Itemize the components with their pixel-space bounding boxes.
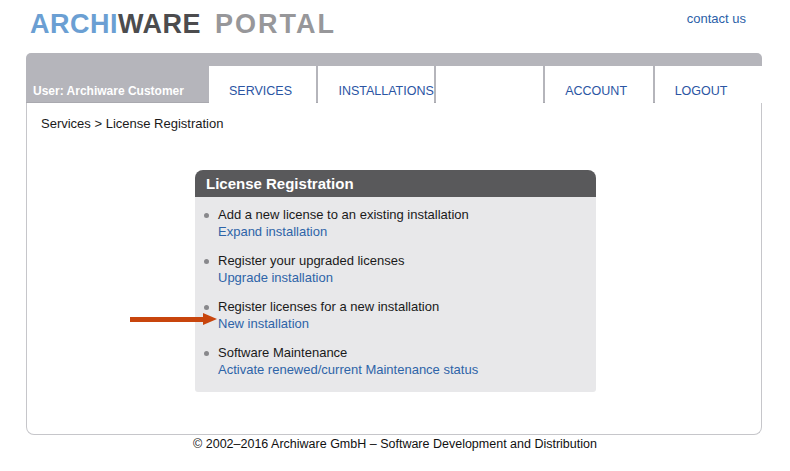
menu-item-title: Register licenses for a new installation xyxy=(218,299,588,315)
copyright-footer: © 2002–2016 Archiware GmbH – Software De… xyxy=(0,437,790,451)
logged-in-user-label: User: Archiware Customer xyxy=(26,66,207,103)
bullet-icon xyxy=(204,259,209,264)
panel-body: Add a new license to an existing install… xyxy=(195,197,596,392)
nav-tab-empty xyxy=(436,66,543,103)
new-installation-link[interactable]: New installation xyxy=(218,316,309,332)
menu-item-upgrade-installation: Register your upgraded licenses Upgrade … xyxy=(195,253,588,286)
navigation-bar: User: Archiware Customer SERVICES INSTAL… xyxy=(26,53,762,103)
breadcrumb: Services > License Registration xyxy=(27,103,761,131)
menu-item-expand-installation: Add a new license to an existing install… xyxy=(195,207,588,240)
bullet-icon xyxy=(204,305,209,310)
logo-part-archi: ARCHI xyxy=(30,9,118,39)
logo-part-ware: WARE xyxy=(118,9,201,39)
panel-title: License Registration xyxy=(195,170,596,197)
expand-installation-link[interactable]: Expand installation xyxy=(218,224,327,240)
license-registration-panel: License Registration Add a new license t… xyxy=(195,170,596,392)
nav-tab-account[interactable]: ACCOUNT xyxy=(545,66,652,103)
navigation-row: User: Archiware Customer SERVICES INSTAL… xyxy=(26,66,762,103)
menu-item-new-installation: Register licenses for a new installation… xyxy=(195,299,588,332)
arrow-head xyxy=(203,313,217,325)
bullet-icon xyxy=(204,213,209,218)
highlight-arrow-icon xyxy=(130,313,217,326)
contact-us-link[interactable]: contact us xyxy=(687,11,746,26)
menu-item-title: Add a new license to an existing install… xyxy=(218,207,588,223)
main-container: User: Archiware Customer SERVICES INSTAL… xyxy=(26,53,762,435)
page-header: ARCHIWAREPORTAL contact us xyxy=(0,0,790,53)
activate-maintenance-link[interactable]: Activate renewed/current Maintenance sta… xyxy=(218,362,478,378)
menu-item-title: Software Maintenance xyxy=(218,345,588,361)
nav-tab-services[interactable]: SERVICES xyxy=(209,66,316,103)
nav-tab-installations[interactable]: INSTALLATIONS xyxy=(318,66,433,103)
logo-part-portal: PORTAL xyxy=(215,9,336,39)
content-area: Services > License Registration License … xyxy=(26,103,762,435)
menu-item-software-maintenance: Software Maintenance Activate renewed/cu… xyxy=(195,345,588,378)
menu-item-title: Register your upgraded licenses xyxy=(218,253,588,269)
arrow-shaft xyxy=(130,317,204,322)
nav-tab-logout[interactable]: LOGOUT xyxy=(655,66,762,103)
upgrade-installation-link[interactable]: Upgrade installation xyxy=(218,270,333,286)
bullet-icon xyxy=(204,351,209,356)
archiware-portal-logo: ARCHIWAREPORTAL xyxy=(30,9,336,40)
